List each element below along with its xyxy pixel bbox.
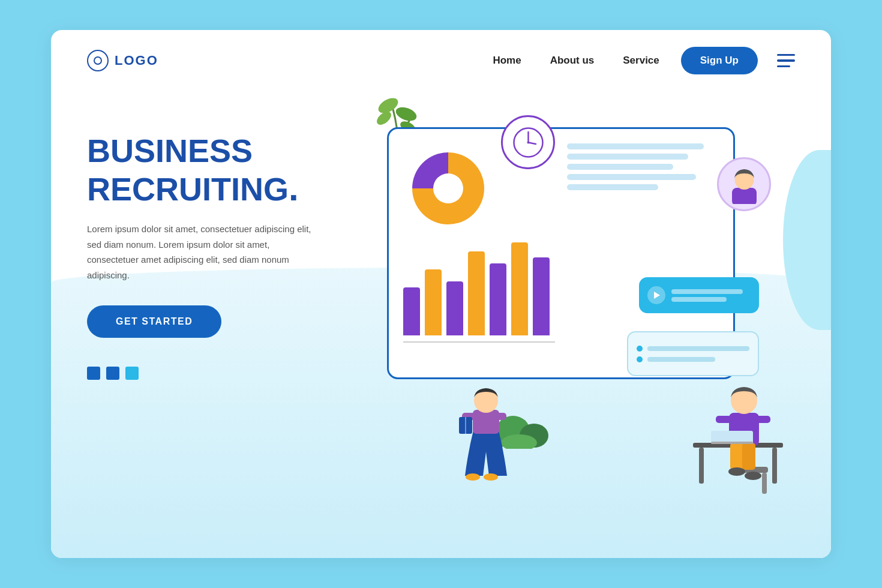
logo-area: LOGO: [87, 50, 158, 71]
nav-link-service[interactable]: Service: [623, 55, 659, 67]
chat-lines: [671, 289, 751, 302]
hero-title: BUSINESS RECRUITING.: [87, 133, 339, 208]
svg-rect-31: [742, 443, 755, 470]
svg-point-1: [394, 104, 419, 123]
svg-rect-19: [465, 417, 466, 434]
hamburger-menu[interactable]: [777, 54, 795, 68]
hamburger-line-1: [777, 54, 795, 56]
svg-point-23: [484, 473, 498, 481]
dot-1: [87, 367, 100, 380]
chat2-dot-1: [637, 346, 643, 352]
nav-links: Home About us Service: [493, 55, 659, 67]
svg-rect-25: [699, 448, 704, 484]
text-lines-block-1: [567, 143, 719, 190]
get-started-button[interactable]: GET STARTED: [87, 305, 221, 338]
chart-baseline: [403, 341, 555, 343]
left-side: BUSINESS RECRUITING. Lorem ipsum dolor s…: [87, 109, 339, 380]
chat-bubble-1: [639, 277, 759, 313]
clock-badge: [501, 115, 555, 169]
chat-bubble-2: [627, 331, 759, 376]
svg-rect-28: [762, 473, 767, 494]
svg-marker-11: [654, 292, 660, 299]
logo-icon: [87, 50, 109, 71]
hamburger-line-2: [777, 59, 795, 62]
bar-chart: [403, 239, 555, 335]
person-standing: [456, 374, 516, 484]
svg-rect-16: [473, 410, 499, 434]
svg-rect-35: [756, 416, 770, 423]
text-line-2: [567, 154, 688, 160]
svg-rect-30: [730, 443, 743, 470]
svg-rect-37: [711, 442, 753, 444]
main-content: BUSINESS RECRUITING. Lorem ipsum dolor s…: [51, 91, 831, 517]
signup-button[interactable]: Sign Up: [681, 47, 758, 74]
text-line-3: [567, 164, 673, 170]
dot-2: [106, 367, 119, 380]
svg-point-8: [433, 173, 463, 203]
play-button-icon: [647, 286, 665, 304]
chat2-row-1: [637, 346, 749, 352]
svg-rect-26: [772, 448, 777, 484]
chat2-line-1: [647, 346, 749, 351]
chat-line-1: [671, 289, 743, 294]
person-sitting: [693, 377, 783, 499]
text-line-1: [567, 143, 704, 149]
hero-description: Lorem ipsum dolor sit amet, consectetuer…: [87, 221, 315, 283]
bar-2: [425, 269, 442, 335]
bar-5: [490, 263, 506, 335]
chat-line-2: [671, 297, 727, 302]
right-side: [339, 109, 795, 517]
pie-chart: [403, 143, 493, 233]
chart-panel: [403, 143, 555, 363]
svg-rect-20: [496, 413, 506, 420]
nav-link-about[interactable]: About us: [550, 55, 595, 67]
dots-row: [87, 367, 339, 380]
hero-title-line2: RECRUITING.: [87, 169, 339, 208]
chat2-dot-2: [637, 356, 643, 362]
bar-7: [533, 257, 550, 335]
text-line-4: [567, 174, 696, 180]
monitor-right-panel: [567, 143, 719, 363]
bar-3: [446, 281, 463, 335]
hamburger-line-3: [777, 65, 790, 68]
dot-3: [125, 367, 139, 380]
nav-link-home[interactable]: Home: [493, 55, 521, 67]
logo-text: LOGO: [115, 53, 158, 68]
chat2-line-2: [647, 357, 715, 362]
hero-title-line1: BUSINESS: [87, 133, 339, 169]
chat2-row-2: [637, 356, 749, 362]
avatar-badge: [717, 157, 771, 211]
navbar: LOGO Home About us Service Sign Up: [51, 30, 831, 91]
page-wrapper: LOGO Home About us Service Sign Up BUSIN…: [51, 30, 831, 558]
svg-point-32: [728, 467, 745, 476]
svg-point-33: [745, 472, 761, 480]
bar-1: [403, 287, 420, 335]
bar-6: [511, 242, 528, 335]
svg-rect-9: [732, 188, 757, 204]
text-line-5: [567, 184, 658, 190]
svg-point-22: [466, 473, 480, 481]
bar-4: [468, 251, 485, 335]
svg-rect-34: [716, 416, 731, 423]
svg-point-7: [527, 141, 529, 143]
logo-circle-inner: [94, 56, 102, 65]
